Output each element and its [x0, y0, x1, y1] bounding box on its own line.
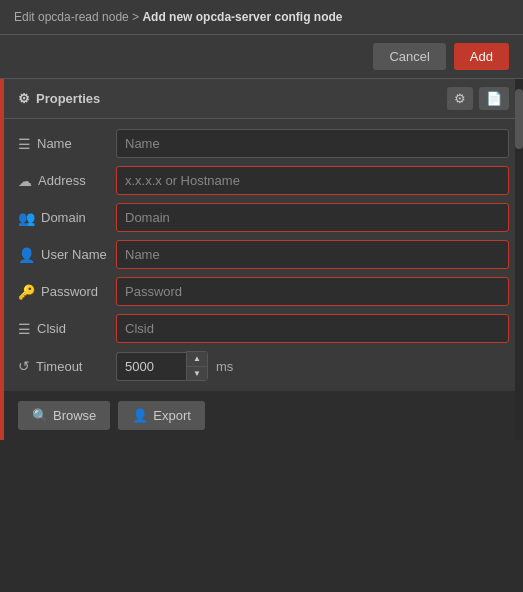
address-icon: ☁ — [18, 173, 32, 189]
clsid-row: ☰ Clsid — [18, 314, 509, 343]
breadcrumb-parent: Edit opcda-read node — [14, 10, 129, 24]
doc-icon-button[interactable]: 📄 — [479, 87, 509, 110]
browse-button[interactable]: 🔍 Browse — [18, 401, 110, 430]
timeout-icon: ↺ — [18, 358, 30, 374]
domain-row: 👥 Domain — [18, 203, 509, 232]
scrollbar[interactable] — [515, 79, 523, 440]
export-icon: 👤 — [132, 408, 148, 423]
settings-icon-button[interactable]: ⚙ — [447, 87, 473, 110]
name-icon: ☰ — [18, 136, 31, 152]
action-bar: Cancel Add — [0, 35, 523, 79]
clsid-icon: ☰ — [18, 321, 31, 337]
breadcrumb-current: Add new opcda-server config node — [142, 10, 342, 24]
username-label: 👤 User Name — [18, 247, 108, 263]
gear-icon: ⚙ — [18, 91, 30, 106]
username-row: 👤 User Name — [18, 240, 509, 269]
username-icon: 👤 — [18, 247, 35, 263]
bottom-buttons: 🔍 Browse 👤 Export — [4, 391, 523, 440]
top-bar: Edit opcda-read node > Add new opcda-ser… — [0, 0, 523, 35]
password-label: 🔑 Password — [18, 284, 108, 300]
export-label: Export — [153, 408, 191, 423]
properties-header: ⚙ Properties ⚙ 📄 — [4, 79, 523, 119]
domain-label: 👥 Domain — [18, 210, 108, 226]
form-area: ☰ Name ☁ Address 👥 Domain — [4, 119, 523, 391]
properties-title: ⚙ Properties — [18, 91, 100, 106]
password-input[interactable] — [116, 277, 509, 306]
name-label: ☰ Name — [18, 136, 108, 152]
breadcrumb-separator: > — [132, 10, 142, 24]
export-button[interactable]: 👤 Export — [118, 401, 205, 430]
timeout-increment-button[interactable]: ▲ — [187, 352, 207, 366]
add-button[interactable]: Add — [454, 43, 509, 70]
password-row: 🔑 Password — [18, 277, 509, 306]
clsid-input[interactable] — [116, 314, 509, 343]
cancel-button[interactable]: Cancel — [373, 43, 445, 70]
domain-icon: 👥 — [18, 210, 35, 226]
address-label: ☁ Address — [18, 173, 108, 189]
domain-input[interactable] — [116, 203, 509, 232]
timeout-spinner: ▲ ▼ — [186, 351, 208, 381]
timeout-unit: ms — [216, 359, 233, 374]
username-input[interactable] — [116, 240, 509, 269]
timeout-label: ↺ Timeout — [18, 358, 108, 374]
timeout-input-wrap: ▲ ▼ — [116, 351, 208, 381]
timeout-row: ↺ Timeout ▲ ▼ ms — [18, 351, 509, 381]
browse-icon: 🔍 — [32, 408, 48, 423]
name-input[interactable] — [116, 129, 509, 158]
timeout-input[interactable] — [116, 352, 186, 381]
clsid-label: ☰ Clsid — [18, 321, 108, 337]
address-input[interactable] — [116, 166, 509, 195]
address-row: ☁ Address — [18, 166, 509, 195]
scrollbar-thumb — [515, 89, 523, 149]
browse-label: Browse — [53, 408, 96, 423]
properties-label: Properties — [36, 91, 100, 106]
timeout-decrement-button[interactable]: ▼ — [187, 366, 207, 380]
name-row: ☰ Name — [18, 129, 509, 158]
password-icon: 🔑 — [18, 284, 35, 300]
